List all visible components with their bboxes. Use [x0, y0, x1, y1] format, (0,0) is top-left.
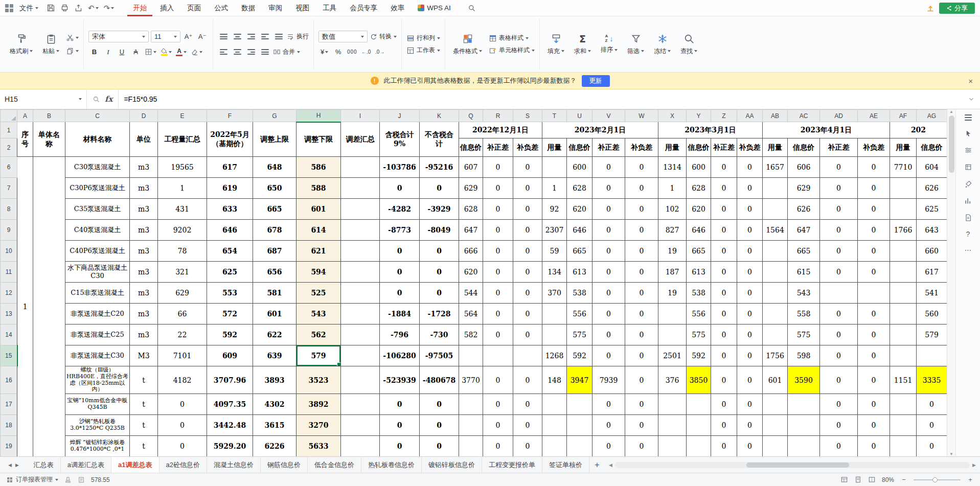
cell-X17[interactable] [658, 394, 687, 415]
cell-S11[interactable]: 0 [513, 262, 542, 283]
cell-T15[interactable]: 1268 [542, 345, 567, 366]
cell-E15[interactable]: 7101 [158, 345, 207, 366]
cell-Z14[interactable]: 0 [711, 325, 737, 345]
row-header-6[interactable]: 6 [1, 157, 17, 178]
share-button[interactable]: 分享 [939, 3, 975, 14]
row-header-9[interactable]: 9 [1, 220, 17, 241]
row-header-1[interactable]: 1 [1, 122, 17, 138]
cell-V16[interactable]: 7939 [592, 366, 625, 394]
cell-K6[interactable]: -95216 [420, 157, 459, 178]
cell-K15[interactable]: -97505 [420, 345, 459, 366]
cell-AA16[interactable]: 0 [737, 366, 763, 394]
cell-Y16[interactable]: 3850 [687, 366, 711, 394]
cell-V17[interactable]: 0 [592, 394, 625, 415]
sum-button[interactable]: Σ 求和 [571, 32, 594, 57]
column-header-T[interactable]: T [542, 110, 567, 122]
cell-D12[interactable]: m3 [130, 283, 158, 304]
cell-AC16[interactable]: 3590 [788, 366, 820, 394]
cell-Y19[interactable] [687, 436, 711, 457]
doc-manager-tab[interactable]: 订单报表管理 [6, 475, 58, 484]
cell-AD15[interactable]: 0 [820, 345, 858, 366]
cell-D9[interactable]: m3 [130, 220, 158, 241]
paste-button[interactable]: 粘贴 [39, 32, 62, 57]
cell-AG9[interactable]: 643 [917, 220, 947, 241]
column-header-G[interactable]: G [253, 110, 297, 122]
cell-Z10[interactable]: 0 [711, 241, 737, 262]
column-header-Z[interactable]: Z [711, 110, 737, 122]
cell-T19[interactable] [542, 436, 567, 457]
cell-W15[interactable]: 0 [625, 345, 658, 366]
cell-Q19[interactable] [459, 436, 483, 457]
bold-button[interactable]: B [88, 46, 100, 58]
cell-AG19[interactable]: 0 [917, 436, 947, 457]
cell-U10[interactable]: 665 [567, 241, 592, 262]
cell-S18[interactable]: 0 [513, 415, 542, 436]
menu-tab-insert[interactable]: 插入 [154, 0, 179, 16]
column-header-AB[interactable]: AB [763, 110, 788, 122]
cell-G15[interactable]: 639 [253, 345, 297, 366]
cell-F15[interactable]: 609 [207, 345, 253, 366]
cell-AG7[interactable]: 626 [917, 178, 947, 199]
cell-AB13[interactable] [763, 304, 788, 325]
cell-AC13[interactable]: 558 [788, 304, 820, 325]
menu-tab-tools[interactable]: 工具 [317, 0, 342, 16]
cell-J15[interactable]: -106280 [380, 345, 420, 366]
row-header-14[interactable]: 14 [1, 325, 17, 345]
cell-C10[interactable]: C40P6泵送混凝土 [65, 241, 130, 262]
update-button[interactable]: 更新 [582, 75, 610, 87]
column-header-V[interactable]: V [592, 110, 625, 122]
cell-W9[interactable]: 0 [625, 220, 658, 241]
cell-AC8[interactable]: 626 [788, 199, 820, 220]
cell-R8[interactable]: 0 [483, 199, 513, 220]
sort-button[interactable]: AZ↓ 排序 [598, 33, 621, 56]
cell-AC10[interactable]: 665 [788, 241, 820, 262]
decrease-indent-button[interactable] [259, 31, 271, 42]
cell-Y14[interactable]: 575 [687, 325, 711, 345]
cell-S17[interactable]: 0 [513, 394, 542, 415]
row-header-17[interactable]: 17 [1, 394, 17, 415]
increase-decimal-button[interactable]: ←.0 [360, 46, 372, 58]
cell-AB16[interactable]: 601 [763, 366, 788, 394]
align-left-button[interactable] [218, 46, 230, 58]
cell-U17[interactable] [567, 394, 592, 415]
cell-U13[interactable]: 556 [567, 304, 592, 325]
row-header-16[interactable]: 16 [1, 366, 17, 394]
sheet-tab-9[interactable]: 工程变更报价单 [482, 457, 542, 473]
cell-AA12[interactable]: 0 [737, 283, 763, 304]
cell-AA17[interactable]: 0 [737, 394, 763, 415]
cell-U7[interactable]: 628 [567, 178, 592, 199]
wrap-text-button[interactable]: 换行 [287, 32, 309, 41]
cell-F8[interactable]: 633 [207, 199, 253, 220]
cell-I12[interactable] [341, 283, 380, 304]
cell-AE9[interactable]: 0 [858, 220, 890, 241]
cell-Q13[interactable]: 564 [459, 304, 483, 325]
row-header-18[interactable]: 18 [1, 415, 17, 436]
cell-Q7[interactable]: 629 [459, 178, 483, 199]
column-header-Q[interactable]: Q [459, 110, 483, 122]
cell-W14[interactable]: 0 [625, 325, 658, 345]
cell-S15[interactable] [513, 345, 542, 366]
cell-AB17[interactable] [763, 394, 788, 415]
cell-I7[interactable] [341, 178, 380, 199]
cell-X11[interactable]: 187 [658, 262, 687, 283]
column-header-R[interactable]: R [483, 110, 513, 122]
zoom-slider[interactable] [914, 479, 961, 480]
cell-AF18[interactable] [890, 415, 917, 436]
decrease-font-button[interactable]: A⁻ [196, 31, 208, 42]
cell-E13[interactable]: 66 [158, 304, 207, 325]
align-middle-button[interactable] [232, 31, 243, 42]
cell-AC17[interactable] [788, 394, 820, 415]
menu-tab-view[interactable]: 视图 [290, 0, 315, 16]
cell-U18[interactable] [567, 415, 592, 436]
cell-X7[interactable]: 1 [658, 178, 687, 199]
cell-V19[interactable]: 0 [592, 436, 625, 457]
cell-G12[interactable]: 581 [253, 283, 297, 304]
cell-R7[interactable]: 0 [483, 178, 513, 199]
cell-H7[interactable]: 588 [297, 178, 341, 199]
page-break-icon[interactable] [868, 476, 876, 483]
undo-button[interactable]: ↶ [88, 4, 99, 12]
cell-I14[interactable] [341, 325, 380, 345]
cell-T7[interactable]: 1 [542, 178, 567, 199]
cell-AF14[interactable] [890, 325, 917, 345]
cell-AD13[interactable]: 0 [820, 304, 858, 325]
